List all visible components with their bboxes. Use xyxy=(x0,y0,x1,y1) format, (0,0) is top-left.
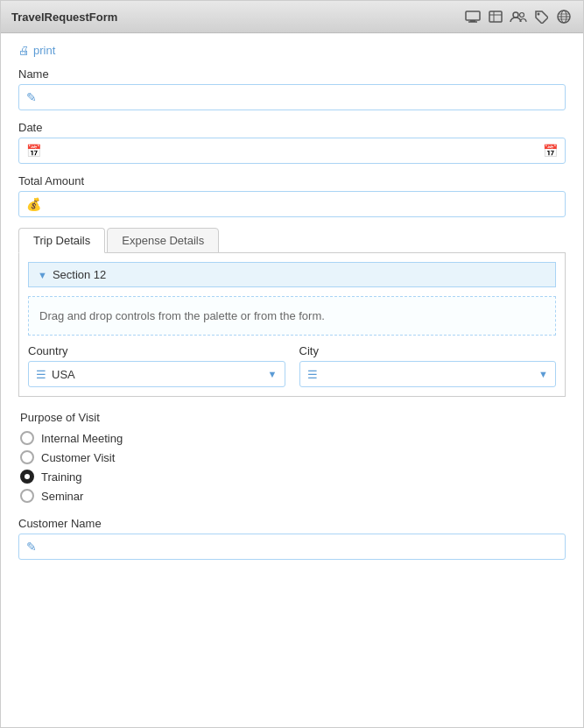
purpose-section: Purpose of Visit Internal Meeting Custom… xyxy=(18,411,566,503)
country-field-group: Country ☰ USA ▼ xyxy=(28,344,285,387)
city-select-left: ☰ xyxy=(307,368,323,381)
table-icon[interactable] xyxy=(487,8,504,25)
travel-request-form-window: TravelRequestForm xyxy=(0,0,584,728)
name-input[interactable]: ✎ xyxy=(18,84,566,110)
customer-edit-icon: ✎ xyxy=(26,540,37,554)
country-select[interactable]: ☰ USA ▼ xyxy=(28,361,285,387)
section-arrow-icon: ▼ xyxy=(38,270,47,280)
section-12-header: ▼ Section 12 xyxy=(28,262,556,287)
date-input[interactable]: 📅 📅 xyxy=(18,138,566,164)
radio-label-customer: Customer Visit xyxy=(41,451,115,464)
tab-expense-details[interactable]: Expense Details xyxy=(107,228,219,253)
calendar-right-icon: 📅 xyxy=(543,144,558,158)
radio-customer-visit[interactable]: Customer Visit xyxy=(20,450,564,464)
city-dropdown-arrow: ▼ xyxy=(538,369,548,379)
tab-trip-details[interactable]: Trip Details xyxy=(18,228,105,253)
city-field-group: City ☰ ▼ xyxy=(299,344,557,387)
city-label: City xyxy=(299,344,557,357)
svg-point-6 xyxy=(513,12,518,18)
currency-icon: 💰 xyxy=(26,197,41,211)
total-amount-label: Total Amount xyxy=(18,174,566,187)
tabs-container: Trip Details Expense Details ▼ Section 1… xyxy=(18,228,566,397)
total-amount-field-group: Total Amount 💰 xyxy=(18,174,566,217)
tabs-header: Trip Details Expense Details xyxy=(18,228,566,253)
title-bar: TravelRequestForm xyxy=(1,1,583,33)
tab-content-trip-details: ▼ Section 12 Drag and drop controls from… xyxy=(18,252,566,397)
radio-internal-meeting[interactable]: Internal Meeting xyxy=(20,431,564,445)
radio-circle-internal xyxy=(20,431,34,445)
radio-circle-training xyxy=(20,470,34,484)
date-field-group: Date 📅 📅 xyxy=(18,121,566,164)
name-field-group: Name ✎ xyxy=(18,67,566,110)
country-label: Country xyxy=(28,344,285,357)
print-link[interactable]: 🖨 print xyxy=(18,44,566,57)
customer-name-input[interactable]: ✎ xyxy=(18,534,566,560)
total-amount-input[interactable]: 💰 xyxy=(18,191,566,217)
customer-name-label: Customer Name xyxy=(18,517,566,530)
drop-zone-text: Drag and drop controls from the palette … xyxy=(39,309,325,322)
radio-circle-seminar xyxy=(20,489,34,503)
radio-circle-customer xyxy=(20,450,34,464)
people-icon[interactable] xyxy=(510,8,527,25)
printer-icon: 🖨 xyxy=(18,44,30,57)
svg-rect-3 xyxy=(489,11,502,22)
svg-point-7 xyxy=(520,13,524,18)
radio-label-seminar: Seminar xyxy=(41,490,83,503)
monitor-icon[interactable] xyxy=(464,8,482,25)
radio-label-training: Training xyxy=(41,470,81,484)
radio-label-internal: Internal Meeting xyxy=(41,432,123,445)
title-bar-icons xyxy=(464,8,573,25)
customer-name-field-group: Customer Name ✎ xyxy=(18,517,566,560)
edit-icon: ✎ xyxy=(26,90,37,104)
tag-icon[interactable] xyxy=(532,8,550,25)
radio-seminar[interactable]: Seminar xyxy=(20,489,564,503)
svg-point-8 xyxy=(538,13,540,16)
calendar-left-icon: 📅 xyxy=(26,144,41,158)
date-label: Date xyxy=(18,121,566,134)
drop-zone: Drag and drop controls from the palette … xyxy=(28,296,556,336)
purpose-label: Purpose of Visit xyxy=(20,411,564,424)
country-dropdown-arrow: ▼ xyxy=(268,369,278,379)
city-select[interactable]: ☰ ▼ xyxy=(299,361,557,387)
window-title: TravelRequestForm xyxy=(11,11,117,24)
globe-icon[interactable] xyxy=(555,8,573,25)
country-list-icon: ☰ xyxy=(36,368,46,381)
print-label: print xyxy=(33,44,55,57)
svg-rect-0 xyxy=(466,11,480,20)
form-content: 🖨 print Name ✎ Date 📅 📅 Total Amount 💰 xyxy=(1,33,583,581)
section-title: Section 12 xyxy=(53,268,106,281)
name-label: Name xyxy=(18,67,566,81)
country-select-left: ☰ USA xyxy=(36,368,75,381)
city-list-icon: ☰ xyxy=(307,368,318,381)
country-value: USA xyxy=(52,368,75,381)
country-city-row: Country ☰ USA ▼ City xyxy=(28,344,556,387)
radio-training[interactable]: Training xyxy=(20,470,564,484)
